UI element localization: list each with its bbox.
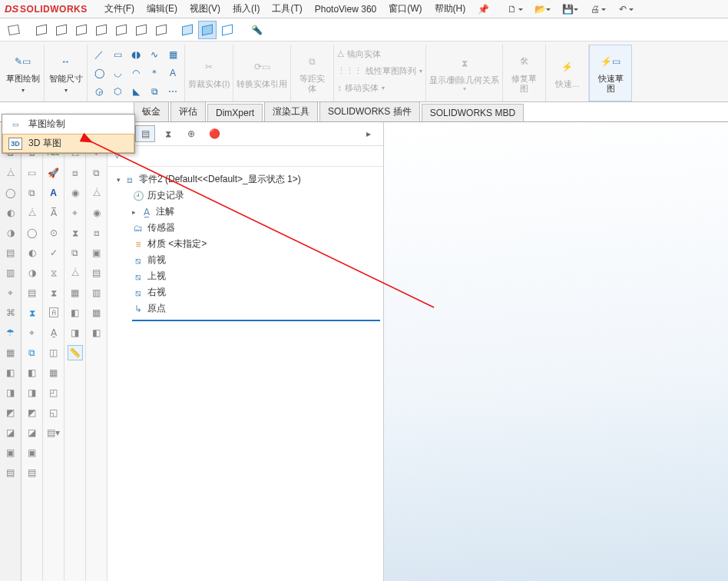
at-icon[interactable]: A̱ [46, 325, 61, 340]
tool-icon[interactable]: ▣ [89, 245, 104, 261]
save-button[interactable]: 💾 [560, 2, 575, 17]
expand-icon[interactable]: ▸ [132, 208, 136, 216]
tool-icon[interactable]: ⧈ [68, 165, 83, 181]
ruler-icon[interactable]: 📏 [68, 345, 83, 360]
orient-button[interactable] [5, 21, 23, 39]
tool-icon[interactable]: ▤ [3, 245, 18, 261]
tool-icon[interactable]: ▣ [3, 445, 18, 460]
tool-icon[interactable]: ▤ [25, 285, 40, 300]
tree-annotations[interactable]: ▸ A̲ 注解 [132, 204, 380, 220]
offset-entities-group[interactable]: ⧉ 等距实体 [291, 45, 334, 101]
tool-icon[interactable]: ▦ [89, 305, 104, 320]
tree-material[interactable]: ≡ 材质 <未指定> [132, 236, 380, 252]
cube-bottom-icon[interactable] [132, 21, 151, 39]
text-tool-icon[interactable]: A [164, 65, 181, 81]
more-tool-icon[interactable]: ⋯ [164, 83, 181, 100]
menu-insert[interactable]: 插入(I) [227, 0, 266, 18]
tool-icon[interactable]: ▦ [68, 285, 83, 300]
chevron-down-icon[interactable]: ▾ [65, 87, 68, 94]
select-rect-icon[interactable]: ▦ [164, 46, 181, 63]
tab-evaluate[interactable]: 评估 [170, 101, 206, 121]
boxed-a-icon[interactable]: 🄰 [46, 305, 61, 320]
appearance-tab-icon[interactable]: 🔴 [204, 125, 224, 142]
tool-icon[interactable]: ▥ [3, 265, 18, 281]
slot-tool-icon[interactable]: ◖◗ [127, 46, 144, 63]
tool-icon[interactable]: ⧉ [68, 245, 83, 261]
polygon-tool-icon[interactable]: ⬡ [109, 83, 126, 100]
tool-icon[interactable]: ◐ [3, 205, 18, 221]
tool-icon[interactable]: ◯ [25, 225, 40, 241]
tool-icon[interactable]: ◫ [46, 345, 61, 360]
tool-icon[interactable]: ▥ [89, 285, 104, 300]
tool-icon[interactable]: ◪ [25, 425, 40, 440]
mirror-entities[interactable]: ⧊镜向实体 [337, 46, 422, 61]
tab-solidworks-mbd[interactable]: SOLIDWORKS MBD [422, 104, 524, 121]
shaded-icon[interactable] [198, 21, 217, 39]
menu-tools[interactable]: 工具(T) [266, 0, 308, 18]
tool-icon[interactable]: ◱ [46, 405, 61, 420]
offset-tool-icon[interactable]: ⧉ [146, 83, 163, 100]
tool-icon[interactable]: ◨ [25, 385, 40, 400]
tool-icon[interactable]: ⌘ [3, 305, 18, 320]
menu-window[interactable]: 窗口(W) [382, 0, 428, 18]
tool-icon[interactable]: ⌖ [25, 325, 40, 340]
tool-icon[interactable]: ⌖ [3, 285, 18, 300]
tool-icon[interactable]: ▦ [3, 345, 18, 360]
shaded-edges-icon[interactable] [178, 21, 197, 39]
tool-icon[interactable]: ◑ [3, 225, 18, 241]
table-icon[interactable]: ▤▾ [46, 425, 61, 440]
tab-dimxpert[interactable]: DimXpert [207, 104, 263, 121]
tool-icon[interactable]: ◩ [25, 405, 40, 420]
cube-iso-icon[interactable] [152, 21, 170, 39]
dim-aa-icon[interactable]: A̅ [46, 205, 61, 221]
tree-root[interactable]: ▾ ⧈ 零件2 (Default<<Default>_显示状态 1>) [111, 171, 380, 188]
print-button[interactable]: 🖨 [587, 2, 603, 17]
line-tool-icon[interactable]: ／ [91, 46, 108, 63]
fillet-tool-icon[interactable]: ◶ [91, 83, 108, 100]
trim-group[interactable]: ✂ 剪裁实体(I) [185, 45, 233, 101]
tool-icon[interactable]: ◰ [46, 385, 61, 400]
menu-photoview360[interactable]: PhotoView 360 [309, 2, 383, 17]
tool-icon[interactable]: ◉ [68, 185, 83, 201]
arc-tool-icon[interactable]: ◡ [109, 65, 126, 81]
chevron-down-icon[interactable]: ▾ [22, 87, 25, 94]
move-entities[interactable]: ↕移动实体▾ [337, 80, 422, 95]
tool-icon[interactable]: ⧊ [3, 165, 18, 181]
tool-icon[interactable]: ◑ [25, 265, 40, 281]
rollback-bar[interactable] [132, 320, 380, 321]
ellipse-tool-icon[interactable]: ◠ [127, 65, 144, 81]
config-tab-icon[interactable]: ⧗ [158, 125, 178, 142]
tool-icon[interactable]: ◧ [3, 365, 18, 380]
dropdown-sketch[interactable]: ▭ 草图绘制 [2, 115, 134, 134]
pin-icon[interactable]: 📌 [472, 4, 495, 15]
tool-icon[interactable]: ◧ [68, 305, 83, 320]
tool-icon[interactable]: ◨ [3, 385, 18, 400]
cube-left-icon[interactable] [72, 21, 91, 39]
tool-icon[interactable]: ◯ [3, 185, 18, 201]
tool-icon[interactable]: ▤ [3, 465, 18, 480]
undo-button[interactable]: ↶ [615, 2, 630, 17]
tool-icon[interactable]: ◪ [3, 425, 18, 440]
tree-right-plane[interactable]: ⧅ 右视 [132, 284, 380, 300]
tab-sheetmetal[interactable]: 钣金 [134, 101, 169, 121]
chamfer-tool-icon[interactable]: ◣ [127, 83, 144, 100]
tool-icon[interactable]: ☂ [3, 325, 18, 340]
open-button[interactable]: 📂 [532, 2, 548, 17]
tool-icon[interactable]: ◧ [89, 325, 104, 340]
tool-icon[interactable]: ⧊ [25, 205, 40, 221]
hidden-lines-removed-icon[interactable] [218, 21, 237, 39]
tool-icon[interactable]: ◨ [68, 325, 83, 340]
quick-sketch-group[interactable]: ⚡▭ 快速草图 [589, 45, 632, 101]
3d-viewport[interactable] [384, 122, 728, 581]
point-tool-icon[interactable]: ＊ [146, 65, 163, 81]
flashlight-icon[interactable]: 🔦 [247, 21, 266, 39]
dim-tab-icon[interactable]: ⊕ [181, 125, 201, 142]
collapse-icon[interactable]: ▾ [117, 176, 121, 184]
rect-tool-icon[interactable]: ▭ [109, 46, 126, 63]
convert-entities-group[interactable]: ⟳▭ 转换实体引用 [233, 45, 291, 101]
quick-group[interactable]: ⚡ 快速... [546, 45, 589, 101]
tool-icon[interactable]: ⧊ [68, 265, 83, 281]
cube-front-icon[interactable] [32, 21, 51, 39]
tool-icon[interactable]: ◐ [25, 245, 40, 261]
cube-top-icon[interactable] [112, 21, 131, 39]
